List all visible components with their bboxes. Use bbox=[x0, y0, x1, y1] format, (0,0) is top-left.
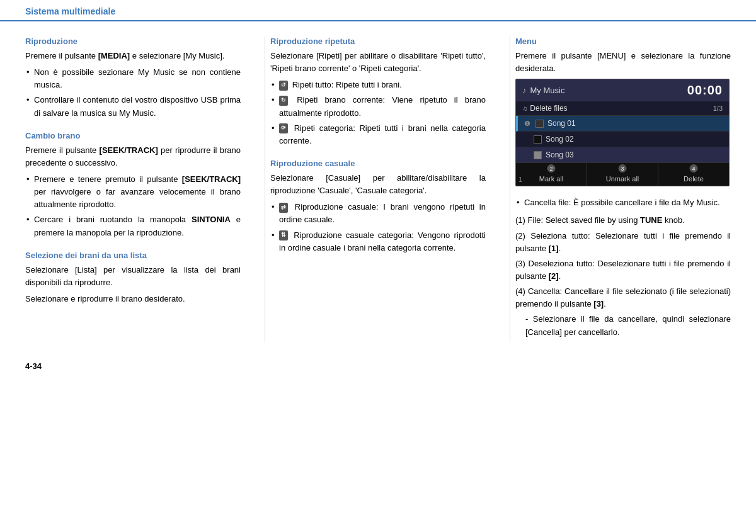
bullet-item: Premere e tenere premuto il pulsante [SE… bbox=[25, 173, 241, 211]
shuffle-text: Riproduzione casuale: I brani vengono ri… bbox=[279, 202, 486, 224]
ripetuta-bullets: ↺ Ripeti tutto: Ripete tutti i brani. ↻ … bbox=[270, 79, 486, 147]
selezione-para1: Selezionare [Lista] per visualizzare la … bbox=[25, 264, 241, 289]
panel-row-1: ❶ Song 01 bbox=[516, 116, 729, 132]
menu-bullets: Cancella file: È possibile cancellare i … bbox=[515, 196, 731, 209]
cambio-brano-bullets: Premere e tenere premuto il pulsante [SE… bbox=[25, 173, 241, 239]
footer-btn-2[interactable]: 3 Unmark all bbox=[587, 163, 658, 186]
btn-label-unmark-all: Unmark all bbox=[590, 175, 655, 183]
bullet-repeat-all: ↺ Ripeti tutto: Ripete tutti i brani. bbox=[270, 79, 486, 91]
bullet-item: Non è possibile sezionare My Music se no… bbox=[25, 66, 241, 91]
bullet-shuffle: ⇄ Riproduzione casuale: I brani vengono … bbox=[270, 201, 486, 226]
row-checkbox-1[interactable] bbox=[536, 120, 544, 128]
repeat-all-text: Ripeti tutto: Ripete tutti i brani. bbox=[292, 80, 402, 89]
repeat-all-icon: ↺ bbox=[279, 81, 288, 91]
casuale-bullets: ⇄ Riproduzione casuale: I brani vengono … bbox=[270, 201, 486, 254]
page-number: 4-34 bbox=[25, 361, 42, 371]
riproduzione-bullets: Non è possibile sezionare My Music se no… bbox=[25, 66, 241, 120]
numbered-text-3: (3) Deseleziona tutto: Deselezionare tut… bbox=[515, 258, 731, 283]
row-checkbox-3[interactable] bbox=[534, 151, 542, 159]
row-label-3: Song 03 bbox=[546, 150, 724, 159]
row-label-2: Song 02 bbox=[546, 135, 724, 144]
circle-num-4: 4 bbox=[690, 164, 698, 173]
header-title: Sistema multimediale bbox=[25, 6, 731, 20]
page-footer: 4-34 bbox=[0, 355, 756, 377]
btn-row-num-1: 1 bbox=[518, 176, 522, 183]
heading-menu: Menu bbox=[515, 37, 731, 46]
panel-title-area: ♪ My Music bbox=[522, 86, 564, 95]
row-checkbox-2[interactable] bbox=[534, 135, 542, 144]
repeat-one-icon: ↻ bbox=[279, 96, 288, 106]
dash-item: - Selezionare il file da cancellare, qui… bbox=[515, 313, 731, 338]
ripetuta-intro: Selezionare [Ripeti] per abilitare o dis… bbox=[270, 50, 486, 75]
panel-row-3: Song 03 bbox=[516, 147, 729, 162]
repeat-cat-icon: ⟳ bbox=[279, 123, 288, 133]
bullet-item: Controllare il contenuto del vostro disp… bbox=[25, 94, 241, 119]
bullet-repeat-cat: ⟳ Ripeti categoria: Ripeti tutti i brani… bbox=[270, 122, 486, 147]
ui-panel: ♪ My Music 00:00 ♫ Delete files 1/3 ❶ bbox=[515, 79, 730, 186]
numbered-text-4: (4) Cancella: Cancellare il file selezio… bbox=[515, 285, 731, 310]
footer-btn-1[interactable]: 1 2 Mark all bbox=[516, 163, 587, 186]
panel-row-2: Song 02 bbox=[516, 132, 729, 147]
delete-files-label: ♫ Delete files bbox=[522, 104, 568, 113]
numbered-item-1: (1) File: Select saved file by using TUN… bbox=[515, 214, 731, 227]
circle-num-3: 3 bbox=[619, 164, 627, 173]
row-label-1: Song 01 bbox=[547, 119, 724, 128]
page-indicator: 1/3 bbox=[713, 105, 723, 112]
numbered-item-4: (4) Cancella: Cancellare il file selezio… bbox=[515, 285, 731, 310]
cambio-brano-intro: Premere il pulsante [SEEK/TRACK] per rip… bbox=[25, 144, 241, 169]
btn-label-mark-all: Mark all bbox=[518, 175, 584, 183]
riproduzione-intro: Premere il pulsante [MEDIA] e selezionar… bbox=[25, 50, 241, 62]
shuffle-icon: ⇄ bbox=[279, 203, 288, 213]
panel-title: My Music bbox=[530, 86, 565, 95]
repeat-cat-text: Ripeti categoria: Ripeti tutti i brani n… bbox=[279, 123, 486, 145]
casuale-intro: Selezionare [Casuale] per abilitare/disa… bbox=[270, 172, 486, 197]
selezione-para2: Selezionare e riprodurre il brano deside… bbox=[25, 293, 241, 305]
page-header: Sistema multimediale bbox=[0, 0, 756, 21]
footer-btn-3[interactable]: 4 Delete bbox=[658, 163, 729, 186]
music-note-icon: ♪ bbox=[522, 86, 527, 95]
menu-bullet-1: Cancella file: È possibile cancellare i … bbox=[515, 196, 731, 209]
heading-selezione-brani: Selezione dei brani da una lista bbox=[25, 251, 241, 260]
menu-intro: Premere il pulsante [MENU] e selezionare… bbox=[515, 50, 731, 75]
divider-2 bbox=[510, 37, 510, 342]
col2: Riproduzione ripetuta Selezionare [Ripet… bbox=[270, 37, 505, 342]
repeat-one-text: Ripeti brano corrente: Viene ripetuto il… bbox=[279, 95, 486, 117]
col1: Riproduzione Premere il pulsante [MEDIA]… bbox=[25, 37, 260, 342]
panel-list: ❶ Song 01 Song 02 Song 03 bbox=[516, 116, 729, 162]
bullet-shuffle-cat: ⇅ Riproduzione casuale categoria: Vengon… bbox=[270, 229, 486, 254]
shuffle-cat-text: Riproduzione casuale categoria: Vengono … bbox=[279, 230, 486, 252]
main-content: Riproduzione Premere il pulsante [MEDIA]… bbox=[0, 21, 756, 355]
btn-label-delete: Delete bbox=[661, 175, 726, 183]
panel-header: ♪ My Music 00:00 bbox=[516, 79, 729, 101]
heading-cambio-brano: Cambio brano bbox=[25, 131, 241, 140]
numbered-item-3: (3) Deseleziona tutto: Deselezionare tut… bbox=[515, 258, 731, 283]
row-number: ❶ bbox=[523, 120, 532, 128]
shuffle-cat-icon: ⇅ bbox=[279, 230, 288, 241]
heading-casuale: Riproduzione casuale bbox=[270, 159, 486, 168]
divider-1 bbox=[265, 37, 265, 342]
col3: Menu Premere il pulsante [MENU] e selezi… bbox=[515, 37, 731, 342]
heading-ripetuta: Riproduzione ripetuta bbox=[270, 37, 486, 46]
numbered-text-2: (2) Seleziona tutto: Selezionare tutti i… bbox=[515, 230, 731, 255]
note-icon: ♫ bbox=[522, 105, 527, 112]
numbered-item-2: (2) Seleziona tutto: Selezionare tutti i… bbox=[515, 230, 731, 255]
bullet-item: Cercare i brani ruotando la manopola SIN… bbox=[25, 213, 241, 239]
delete-files-text: Delete files bbox=[530, 104, 567, 113]
panel-time: 00:00 bbox=[687, 83, 723, 98]
panel-subheader: ♫ Delete files 1/3 bbox=[516, 101, 729, 116]
heading-riproduzione: Riproduzione bbox=[25, 37, 241, 46]
panel-footer: 1 2 Mark all 3 Unmark all 4 Delete bbox=[516, 162, 729, 186]
circle-num-2: 2 bbox=[547, 164, 556, 173]
numbered-text-1: (1) File: Select saved file by using TUN… bbox=[515, 214, 685, 227]
bullet-repeat-one: ↻ Ripeti brano corrente: Viene ripetuto … bbox=[270, 94, 486, 119]
